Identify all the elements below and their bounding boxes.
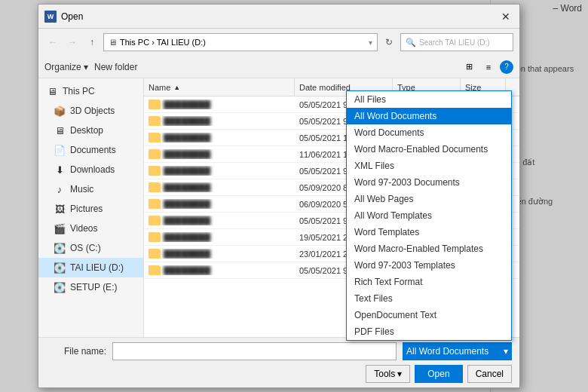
- navigation-sidebar: 🖥 This PC 📦 3D Objects 🖥 Desktop 📄 Docum…: [38, 78, 144, 337]
- desktop-icon: 🖥: [54, 125, 66, 136]
- folder-icon: [149, 265, 161, 275]
- dropdown-all-files[interactable]: All Files: [347, 91, 511, 108]
- sidebar-label-videos: Videos: [70, 223, 97, 234]
- view-details-button[interactable]: ≡: [480, 59, 497, 75]
- this-pc-icon: 🖥: [46, 86, 58, 96]
- sidebar-item-tai-lieu-d[interactable]: 💽 TAI LIEU (D:): [38, 258, 143, 277]
- view-list-button[interactable]: ⊞: [461, 59, 477, 75]
- dialog-titlebar: W Open ✕: [38, 5, 519, 29]
- organize-button[interactable]: Organize ▾: [44, 59, 88, 75]
- os-c-icon: 💽: [54, 243, 66, 253]
- filename-row: File name: All Word Documents ▾: [46, 342, 512, 360]
- sidebar-item-setup-e[interactable]: 💽 SETUP (E:): [38, 277, 143, 297]
- filename-label: File name:: [46, 346, 106, 357]
- buttons-row: Tools ▾ Open Cancel: [46, 365, 512, 383]
- file-name: ████████: [164, 183, 290, 192]
- sidebar-label-documents: Documents: [70, 145, 116, 155]
- open-dialog: W Open ✕ ← → ↑ 🖥 This PC › TAI LIEU (D:)…: [38, 4, 520, 388]
- address-bar: 🖥 This PC › TAI LIEU (D:) ▾: [103, 33, 378, 51]
- dropdown-word-macro-docs[interactable]: Word Macro-Enabled Documents: [347, 141, 511, 158]
- dropdown-word-97-2003-templates[interactable]: Word 97-2003 Templates: [347, 257, 511, 274]
- dialog-title-text: Open: [61, 11, 83, 22]
- sidebar-label-os-c: OS (C:): [70, 243, 101, 253]
- 3d-objects-icon: 📦: [54, 106, 66, 116]
- folder-icon: [149, 199, 161, 209]
- file-name: ████████: [164, 200, 290, 209]
- sidebar-label-downloads: Downloads: [70, 164, 115, 175]
- dropdown-all-web-pages[interactable]: All Web Pages: [347, 191, 511, 207]
- dialog-title-area: W Open: [44, 11, 83, 23]
- dropdown-word-97-2003[interactable]: Word 97-2003 Documents: [347, 174, 511, 191]
- file-name: ████████: [164, 100, 290, 109]
- file-name: ████████: [164, 150, 290, 159]
- sidebar-label-3d-objects: 3D Objects: [70, 106, 115, 116]
- file-name: ████████: [164, 266, 290, 275]
- sidebar-item-desktop[interactable]: 🖥 Desktop: [38, 121, 143, 140]
- organize-toolbar: Organize ▾ New folder ⊞ ≡ ?: [38, 56, 519, 78]
- sidebar-item-os-c[interactable]: 💽 OS (C:): [38, 238, 143, 258]
- toolbar2-right: ⊞ ≡ ?: [461, 59, 513, 75]
- sidebar-item-documents[interactable]: 📄 Documents: [38, 140, 143, 160]
- filename-input[interactable]: [112, 342, 397, 360]
- sidebar-item-music[interactable]: ♪ Music: [38, 179, 143, 199]
- up-button[interactable]: ↑: [84, 34, 100, 51]
- sidebar-label-setup-e: SETUP (E:): [70, 282, 117, 292]
- open-button[interactable]: Open: [415, 365, 462, 383]
- folder-icon: [149, 166, 161, 176]
- sidebar-label-this-pc: This PC: [63, 86, 95, 96]
- folder-icon: [149, 100, 161, 109]
- new-folder-button[interactable]: New folder: [94, 59, 137, 75]
- downloads-icon: ⬇: [54, 164, 66, 175]
- dropdown-xml-files[interactable]: XML Files: [347, 158, 511, 174]
- col-header-name[interactable]: Name ▲: [144, 78, 295, 96]
- file-name: ████████: [164, 167, 290, 176]
- dropdown-word-docs[interactable]: Word Documents: [347, 124, 511, 141]
- music-icon: ♪: [54, 184, 66, 194]
- folder-icon: [149, 249, 161, 259]
- filetype-dropdown: All Files All Word Documents Word Docume…: [346, 90, 512, 341]
- sidebar-label-music: Music: [70, 184, 93, 194]
- file-name: ████████: [164, 250, 290, 259]
- file-name: ████████: [164, 216, 290, 225]
- folder-icon: [149, 133, 161, 142]
- refresh-button[interactable]: ↻: [381, 34, 397, 51]
- folder-icon: [149, 182, 161, 192]
- sidebar-label-tai-lieu: TAI LIEU (D:): [70, 262, 124, 273]
- filetype-select-button[interactable]: All Word Documents ▾: [403, 342, 512, 360]
- pictures-icon: 🖼: [54, 204, 66, 214]
- search-icon: 🔍: [406, 38, 416, 47]
- forward-button[interactable]: →: [64, 34, 81, 51]
- dropdown-word-macro-templates[interactable]: Word Macro-Enabled Templates: [347, 240, 511, 257]
- dialog-bottom: File name: All Word Documents ▾ Tools ▾ …: [38, 337, 519, 387]
- sidebar-item-this-pc[interactable]: 🖥 This PC: [38, 81, 143, 101]
- sidebar-label-pictures: Pictures: [70, 204, 103, 214]
- file-name: ████████: [164, 133, 290, 142]
- dialog-address-toolbar: ← → ↑ 🖥 This PC › TAI LIEU (D:) ▾ ↻ 🔍 Se…: [38, 29, 519, 56]
- back-button[interactable]: ←: [44, 34, 61, 51]
- sidebar-item-3d-objects[interactable]: 📦 3D Objects: [38, 101, 143, 121]
- dropdown-rich-text[interactable]: Rich Text Format: [347, 274, 511, 290]
- search-placeholder: Search TAI LIEU (D:): [419, 38, 490, 47]
- folder-icon: [149, 149, 161, 159]
- dropdown-opendoc-text[interactable]: OpenDocument Text: [347, 307, 511, 323]
- folder-icon: [149, 216, 161, 225]
- dropdown-all-word-templates[interactable]: All Word Templates: [347, 207, 511, 224]
- sidebar-label-desktop: Desktop: [70, 125, 103, 136]
- sidebar-item-videos[interactable]: 🎬 Videos: [38, 219, 143, 238]
- tools-button[interactable]: Tools ▾: [366, 365, 410, 383]
- dropdown-word-templates[interactable]: Word Templates: [347, 224, 511, 240]
- sidebar-item-downloads[interactable]: ⬇ Downloads: [38, 160, 143, 179]
- filetype-arrow: ▾: [504, 346, 508, 357]
- dropdown-text-files[interactable]: Text Files: [347, 290, 511, 307]
- dropdown-all-word-docs[interactable]: All Word Documents: [347, 108, 511, 124]
- sidebar-item-pictures[interactable]: 🖼 Pictures: [38, 199, 143, 219]
- file-name: ████████: [164, 117, 290, 126]
- dialog-close-button[interactable]: ✕: [498, 9, 513, 24]
- tai-lieu-icon: 💽: [54, 262, 66, 273]
- dropdown-pdf-files[interactable]: PDF Files: [347, 323, 511, 340]
- help-button[interactable]: ?: [500, 60, 513, 74]
- word-icon: W: [44, 11, 57, 23]
- folder-icon: [149, 232, 161, 242]
- search-box: 🔍 Search TAI LIEU (D:): [400, 33, 513, 51]
- cancel-button[interactable]: Cancel: [467, 365, 512, 383]
